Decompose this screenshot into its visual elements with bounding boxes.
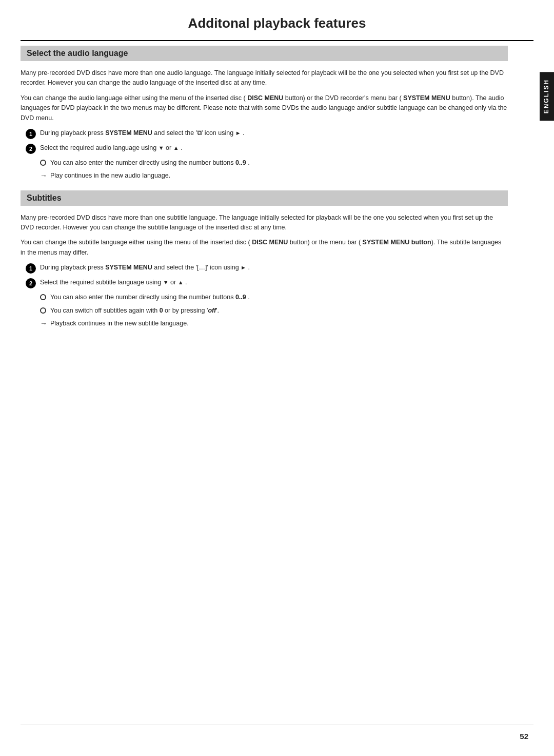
audio-sub-bullet-1-text: You can also enter the number directly u… — [50, 158, 508, 168]
subtitles-sub-bullet-1-text: You can also enter the number directly u… — [50, 293, 508, 302]
page-container: ENGLISH Additonal playback features Sele… — [0, 0, 554, 756]
page-number: 52 — [520, 732, 528, 741]
subtitles-sub-bullet-2: You can switch off subtitles again with … — [40, 306, 508, 316]
audio-step-2-number: 2 — [26, 144, 36, 154]
audio-arrow-text: Play continues in the new audio language… — [50, 171, 170, 181]
subtitles-intro-para-2: You can change the subtitle language eit… — [21, 238, 508, 258]
bottom-rule — [21, 725, 533, 725]
subtitles-intro-para-1: Many pre-recorded DVD discs have more th… — [21, 213, 508, 233]
audio-step-1-text: During playback press SYSTEM MENU and se… — [40, 128, 508, 138]
subtitles-sub-bullet-2-text: You can switch off subtitles again with … — [50, 306, 508, 316]
audio-intro-para-1: Many pre-recorded DVD discs have more th… — [21, 68, 508, 88]
subtitles-step-2-number: 2 — [26, 278, 36, 288]
subtitles-section-header: Subtitles — [21, 190, 508, 206]
subtitles-sub-bullet-1: You can also enter the number directly u… — [40, 293, 508, 302]
subtitles-step-1: 1 During playback press SYSTEM MENU and … — [26, 263, 508, 274]
audio-arrow-icon: → — [40, 171, 47, 180]
subtitles-arrow-text: Playback continues in the new subtitle l… — [50, 319, 189, 328]
audio-sub-bullet-1: You can also enter the number directly u… — [40, 158, 508, 168]
audio-section-header: Select the audio language — [21, 46, 508, 61]
subtitles-step-2: 2 Select the required subtitle language … — [26, 278, 508, 288]
audio-intro-para-2: You can change the audio language either… — [21, 93, 508, 123]
side-tab-english: ENGLISH — [540, 72, 554, 121]
audio-step-1-number: 1 — [26, 129, 36, 139]
subtitles-sub-bullet-1-icon — [40, 294, 46, 300]
audio-step-2: 2 Select the required audio language usi… — [26, 143, 508, 154]
audio-step-1: 1 During playback press SYSTEM MENU and … — [26, 128, 508, 139]
subtitles-arrow-icon: → — [40, 319, 47, 327]
content-area: Select the audio language Many pre-recor… — [21, 46, 533, 328]
page-title: Additonal playback features — [0, 0, 554, 36]
top-rule — [21, 40, 533, 41]
audio-arrow-bullet-1: → Play continues in the new audio langua… — [40, 171, 508, 181]
subtitles-step-1-number: 1 — [26, 263, 36, 274]
audio-step-2-text: Select the required audio language using… — [40, 143, 508, 153]
subtitles-step-1-text: During playback press SYSTEM MENU and se… — [40, 263, 508, 273]
subtitles-sub-bullet-2-icon — [40, 307, 46, 314]
audio-sub-bullet-1-icon — [40, 160, 46, 166]
subtitles-step-2-text: Select the required subtitle language us… — [40, 278, 508, 287]
subtitles-arrow-bullet-1: → Playback continues in the new subtitle… — [40, 319, 508, 328]
